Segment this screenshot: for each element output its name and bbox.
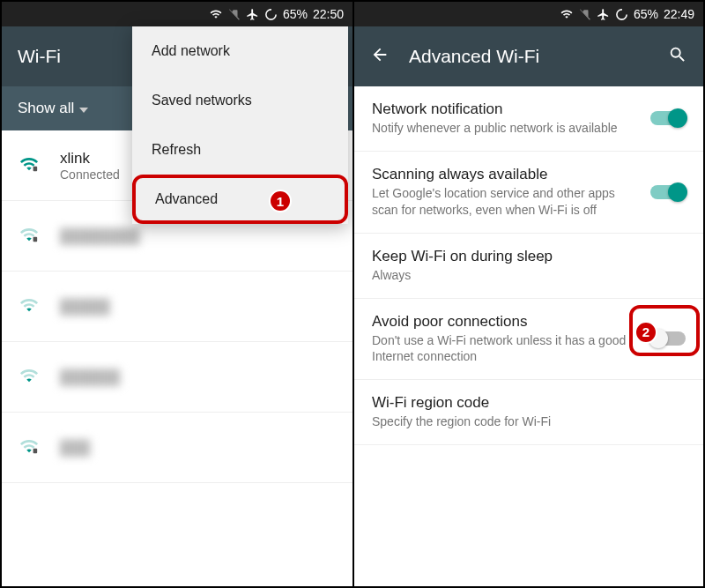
wifi-signal-icon — [18, 366, 41, 389]
battery-text: 65% — [283, 7, 308, 21]
menu-advanced[interactable]: Advanced — [132, 175, 348, 224]
setting-title: Keep Wi-Fi on during sleep — [372, 248, 686, 265]
page-title: Advanced Wi-Fi — [409, 46, 649, 67]
toggle-switch[interactable] — [650, 185, 686, 199]
setting-subtitle: Notify whenever a public network is avai… — [372, 120, 640, 137]
wifi-signal-icon — [18, 225, 41, 248]
setting-subtitle: Let Google's location service and other … — [372, 185, 640, 219]
svg-point-4 — [617, 9, 627, 19]
wifi-network-item[interactable]: ██████ — [2, 342, 352, 413]
toggle-switch[interactable] — [650, 111, 686, 125]
menu-refresh[interactable]: Refresh — [132, 125, 348, 175]
search-icon[interactable] — [668, 45, 687, 69]
right-screenshot: 65% 22:49 Advanced Wi-Fi Network notific… — [352, 2, 703, 586]
wifi-signal-icon — [18, 295, 41, 318]
no-sim-icon — [579, 8, 591, 20]
filter-label: Show all — [18, 100, 74, 117]
setting-avoid-poor-connections[interactable]: Avoid poor connections Don't use a Wi-Fi… — [354, 299, 703, 381]
setting-network-notification[interactable]: Network notification Notify whenever a p… — [354, 86, 703, 152]
wifi-ssid-blurred: ███ — [60, 440, 90, 456]
wifi-signal-icon — [18, 436, 41, 459]
setting-subtitle: Always — [372, 267, 686, 284]
clock-text: 22:49 — [664, 7, 694, 21]
left-screenshot: 65% 22:50 Wi-Fi Show all xlink Connected… — [2, 2, 352, 586]
app-bar: Advanced Wi-Fi — [354, 26, 703, 86]
annotation-badge-2: 2 — [634, 321, 657, 344]
page-title: Wi-Fi — [18, 46, 61, 67]
wifi-status: Connected — [60, 167, 120, 182]
menu-saved-networks[interactable]: Saved networks — [132, 76, 348, 125]
clock-text: 22:50 — [313, 7, 344, 21]
status-bar: 65% 22:50 — [2, 2, 352, 26]
wifi-ssid-blurred: █████ — [60, 299, 110, 315]
setting-subtitle: Specify the region code for Wi-Fi — [372, 413, 686, 430]
wifi-icon — [560, 8, 574, 20]
back-icon[interactable] — [370, 45, 390, 69]
battery-text: 65% — [634, 7, 658, 21]
airplane-icon — [246, 8, 259, 21]
svg-rect-3 — [33, 448, 38, 453]
wifi-ssid-blurred: ██████ — [60, 369, 120, 385]
svg-rect-1 — [33, 166, 38, 171]
svg-point-0 — [266, 9, 276, 19]
wifi-signal-icon — [18, 154, 41, 177]
overflow-menu: Add network Saved networks Refresh Advan… — [132, 26, 348, 224]
setting-title: Scanning always available — [372, 166, 640, 183]
wifi-icon — [209, 8, 223, 20]
setting-title: Wi-Fi region code — [372, 394, 686, 412]
airplane-icon — [597, 8, 610, 21]
setting-title: Avoid poor connections — [372, 313, 640, 331]
wifi-network-item[interactable]: ███ — [2, 413, 352, 483]
wifi-network-item[interactable]: █████ — [2, 272, 352, 342]
no-sim-icon — [228, 8, 241, 20]
annotation-badge-1: 1 — [269, 190, 292, 212]
settings-list: Network notification Notify whenever a p… — [354, 86, 703, 445]
wifi-ssid: xlink — [60, 150, 120, 167]
setting-title: Network notification — [372, 100, 640, 118]
wifi-ssid-blurred: ████████ — [60, 228, 140, 244]
setting-subtitle: Don't use a Wi-Fi network unless it has … — [372, 332, 640, 366]
setting-keep-wifi-sleep[interactable]: Keep Wi-Fi on during sleep Always — [354, 234, 703, 299]
svg-rect-2 — [33, 236, 38, 242]
menu-add-network[interactable]: Add network — [132, 26, 348, 76]
dropdown-icon — [79, 100, 88, 117]
status-bar: 65% 22:49 — [354, 2, 703, 26]
loading-icon — [264, 8, 278, 21]
loading-icon — [615, 8, 628, 21]
setting-region-code[interactable]: Wi-Fi region code Specify the region cod… — [354, 380, 703, 445]
setting-scanning-always[interactable]: Scanning always available Let Google's l… — [354, 152, 703, 234]
